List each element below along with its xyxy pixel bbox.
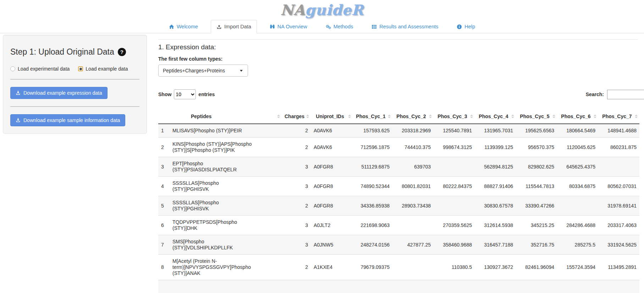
cell-intensity: 110380.5 <box>434 255 475 280</box>
show-label: Show <box>158 92 171 97</box>
table-row: 5SSSSLLAS[Phospho (STY)]PGHISVK2A0FGR834… <box>158 196 639 216</box>
cell-intensity: 80562.07031 <box>598 177 639 196</box>
tab-label: NA Overview <box>277 24 307 29</box>
tab-label: Results and Assessments <box>379 24 438 29</box>
row-number: 3 <box>158 157 170 177</box>
tab-na-overview[interactable]: NA Overview <box>264 20 313 33</box>
table-row: 7SMS[Phospho (STY)]VDLSHIPLKDPLLFK3A0JNW… <box>158 235 639 255</box>
upload-icon <box>216 24 222 29</box>
download-example-sample-information-data-button[interactable]: Download example sample information data <box>10 114 125 126</box>
tab-results-and-assessments[interactable]: Results and Assessments <box>366 20 444 33</box>
cell-intensity: 157593.625 <box>353 124 392 138</box>
datatable-toolbar: Show 10 entries Search: <box>158 89 644 99</box>
cell-intensity: 30830.67578 <box>475 196 516 216</box>
cell-intensity: 860231.875 <box>598 138 639 157</box>
cell-intensity: 345215.25 <box>516 216 557 235</box>
table-row: 3EPT[Phospho (STY)]PSIASDISLPIATQELR3A0F… <box>158 157 639 177</box>
table-row: 8M[Acetyl (Protein N-term)]NPVYSPGSSGVPY… <box>158 255 639 280</box>
col-header-peptides[interactable]: Peptides <box>170 109 282 124</box>
download-buttons: Download example expression dataDownload… <box>10 79 139 126</box>
panel-title: Step 1: Upload Original Data ? <box>10 47 139 57</box>
cell-intensity: 744410.375 <box>392 138 434 157</box>
col-header-uniprot-ids[interactable]: Uniprot_IDs <box>311 109 353 124</box>
sort-icon <box>470 115 473 118</box>
help-question-icon[interactable]: ? <box>118 48 126 56</box>
cell-charge: 2 <box>282 138 311 157</box>
cell-intensity: 712596.1875 <box>353 138 392 157</box>
radio-load-experimental-data[interactable]: Load experimental data <box>10 66 70 72</box>
download-example-expression-data-button[interactable]: Download example expression data <box>10 87 108 99</box>
app-logo: NAguideR <box>280 1 364 18</box>
cell-intensity <box>434 196 475 216</box>
cell-peptide: KINS[Phospho (STY)]APS[Phospho (STY)]S[P… <box>170 138 282 157</box>
radio-checked-icon[interactable] <box>78 66 83 71</box>
home-icon <box>169 24 174 29</box>
radio-unchecked-icon[interactable] <box>10 66 15 71</box>
cell-intensity: 1120045.625 <box>557 138 598 157</box>
tab-methods[interactable]: Methods <box>320 20 359 33</box>
cell-intensity: 31978.69141 <box>598 196 639 216</box>
table-row: 4SSSSLLAS[Phospho (STY)]PGHISVK3A0FGR874… <box>158 177 639 196</box>
col-header-charges[interactable]: Charges <box>282 109 311 124</box>
col-header-phos-cyc-6[interactable]: Phos_Cyc_6 <box>557 109 598 124</box>
info-icon <box>457 24 462 29</box>
cell-peptide: MLISAVS[Phospho (STY)]PEIR <box>170 124 282 138</box>
radio-label: Load example data <box>86 66 128 72</box>
tab-import-data[interactable]: Import Data <box>211 20 257 33</box>
col-header-phos-cyc-2[interactable]: Phos_Cyc_2 <box>392 109 434 124</box>
col-header-phos-cyc-3[interactable]: Phos_Cyc_3 <box>434 109 475 124</box>
row-number: 2 <box>158 138 170 157</box>
col-header-label: Phos_Cyc_2 <box>396 114 426 119</box>
column-types-label: The first few column types: <box>158 56 644 62</box>
col-header-phos-cyc-1[interactable]: Phos_Cyc_1 <box>353 109 392 124</box>
col-header-label: Phos_Cyc_1 <box>356 114 385 119</box>
cell-intensity: 195625.6563 <box>516 124 557 138</box>
cell-intensity: 221698.9063 <box>353 216 392 235</box>
row-number: 8 <box>158 255 170 280</box>
col-header-label: Uniprot_IDs <box>316 114 344 119</box>
col-header-label: Peptides <box>191 114 211 119</box>
cell-intensity: 113495.2891 <box>598 255 639 280</box>
radio-load-example-data[interactable]: Load example data <box>78 66 128 72</box>
sort-icon <box>552 115 555 118</box>
divider <box>10 106 139 107</box>
cell-intensity: 28903.73438 <box>392 196 434 216</box>
sort-icon <box>429 115 432 118</box>
tab-welcome[interactable]: Welcome <box>163 20 204 33</box>
app-header: NAguideR <box>0 0 644 18</box>
sort-icon <box>348 115 351 118</box>
column-types-select[interactable]: Peptides+Charges+Proteins <box>158 65 248 77</box>
col-header-phos-cyc-4[interactable]: Phos_Cyc_4 <box>475 109 516 124</box>
cell-intensity <box>557 196 598 216</box>
cell-uniprot-id: A0JLT2 <box>311 216 353 235</box>
search-input[interactable] <box>607 90 644 99</box>
page-content: Step 1: Upload Original Data ? Load expe… <box>0 33 644 293</box>
sort-icon <box>306 115 309 118</box>
data-source-radio-group: Load experimental dataLoad example data <box>10 66 139 72</box>
cell-intensity: 88827.91406 <box>475 177 516 196</box>
cell-intensity: 285275.5 <box>557 235 598 255</box>
sort-icon <box>388 115 391 118</box>
cell-intensity: 125540.7891 <box>434 124 475 138</box>
cell-uniprot-id: A0AVK6 <box>311 124 353 138</box>
col-header-label: Charges <box>285 114 304 119</box>
page-length-select[interactable]: 10 <box>174 89 196 99</box>
col-header-phos-cyc-7[interactable]: Phos_Cyc_7 <box>598 109 639 124</box>
row-number: 6 <box>158 216 170 235</box>
cell-peptide: EPT[Phospho (STY)]PSIASDISLPIATQELR <box>170 157 282 177</box>
col-header-label: Phos_Cyc_4 <box>479 114 508 119</box>
cell-intensity: 131965.7031 <box>475 124 516 138</box>
divider <box>10 79 139 79</box>
logo-part-na: NA <box>280 1 305 18</box>
table-header-row: PeptidesChargesUniprot_IDsPhos_Cyc_1Phos… <box>158 109 639 124</box>
cell-intensity: 203318.2969 <box>392 124 434 138</box>
tab-help[interactable]: Help <box>451 20 481 33</box>
cell-intensity <box>392 216 434 235</box>
col-header-phos-cyc-5[interactable]: Phos_Cyc_5 <box>516 109 557 124</box>
cell-intensity: 79679.09375 <box>353 255 392 280</box>
cell-charge: 3 <box>282 157 311 177</box>
row-number: 4 <box>158 177 170 196</box>
cell-intensity <box>392 255 434 280</box>
cell-uniprot-id: A0FGR8 <box>311 196 353 216</box>
cell-intensity: 270359.5625 <box>434 216 475 235</box>
